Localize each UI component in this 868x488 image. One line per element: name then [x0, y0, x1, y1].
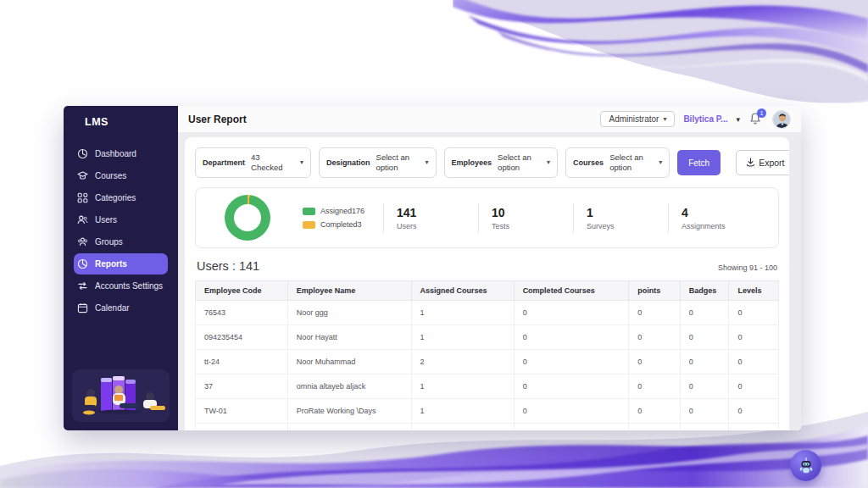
table-cell: 094235454	[196, 325, 288, 350]
stat-value: 141	[397, 206, 478, 219]
people-reading-illustration	[72, 369, 170, 422]
sidebar-item-label: Courses	[95, 171, 126, 180]
reports-icon	[77, 258, 88, 269]
column-header: Employee Name	[287, 281, 411, 301]
sidebar-item-accounts-settings[interactable]: Accounts Settings	[74, 275, 168, 297]
avatar-photo	[773, 111, 791, 129]
table-cell: ProRate Working \Days	[287, 399, 411, 424]
table-cell: 0	[680, 374, 729, 399]
topbar: User Report Administrator ▾ Bilytica P..…	[178, 106, 801, 132]
table-cell: Noor Muhammad	[287, 350, 411, 374]
table-cell: 0	[514, 301, 629, 325]
dropdown-value: Select an option	[498, 152, 540, 173]
table-row	[196, 424, 779, 431]
legend-entry: Completed3	[303, 220, 364, 229]
table-row: tt-24Noor Muhammad20000	[196, 350, 779, 374]
chevron-down-icon: ▾	[300, 159, 303, 166]
stat-users: 141Users	[383, 203, 478, 233]
chatbot-button[interactable]	[790, 450, 821, 481]
page-title: User Report	[188, 114, 247, 125]
stat-value: 1	[587, 206, 668, 219]
export-label: Export	[759, 158, 784, 168]
column-header: Badges	[680, 281, 729, 301]
stat-surveys: 1Surveys	[573, 203, 668, 233]
app-window: LMS DashboardCoursesCategoriesUsersGroup…	[64, 106, 801, 430]
sidebar-item-categories[interactable]: Categories	[74, 187, 168, 208]
sidebar-item-groups[interactable]: Groups	[74, 231, 168, 252]
column-header: Levels	[729, 281, 779, 301]
stat-assignments: 4Assignments	[668, 203, 763, 233]
dropdown-label: Employees	[452, 158, 492, 167]
report-panel: Department43 Checked▾DesignationSelect a…	[185, 137, 789, 430]
robot-icon	[796, 456, 816, 476]
stat-label: Assignments	[682, 222, 763, 230]
table-cell: 0	[680, 399, 729, 424]
pagination-range: Showing 91 - 100	[718, 263, 777, 272]
table-cell: tt-24	[196, 350, 288, 374]
chevron-down-icon: ▾	[659, 159, 662, 166]
table-cell: 0	[629, 301, 681, 325]
user-chevron-down-icon[interactable]: ▾	[736, 115, 740, 124]
dropdown-label: Courses	[573, 158, 604, 167]
stat-label: Users	[397, 222, 478, 230]
designation-dropdown[interactable]: DesignationSelect an option▾	[319, 147, 437, 178]
users-count-heading: Users : 141	[197, 259, 259, 273]
groups-icon	[77, 236, 88, 247]
table-cell: 0	[629, 374, 681, 399]
table-cell	[196, 424, 288, 431]
calendar-icon	[77, 302, 88, 313]
table-cell: 0	[729, 325, 779, 350]
page-background: LMS DashboardCoursesCategoriesUsersGroup…	[0, 0, 868, 488]
fetch-button[interactable]: Fetch	[677, 150, 721, 175]
courses-icon	[77, 170, 88, 181]
employees-dropdown[interactable]: EmployeesSelect an option▾	[444, 147, 559, 178]
chevron-down-icon: ▾	[663, 116, 666, 123]
administrator-dropdown[interactable]: Administrator ▾	[600, 111, 675, 127]
table-cell: 0	[629, 325, 681, 350]
assigned-completed-donut-chart	[225, 195, 270, 241]
table-cell: 0	[514, 350, 629, 374]
sidebar-item-reports[interactable]: Reports	[74, 253, 168, 274]
courses-dropdown[interactable]: CoursesSelect an option▾	[565, 147, 670, 178]
dropdown-value: 43 Checked	[251, 152, 293, 173]
table-cell: Noor Hayatt	[287, 325, 411, 350]
table-cell: 1	[411, 399, 514, 424]
column-header: points	[629, 281, 681, 301]
notification-badge: 1	[757, 108, 766, 118]
table-cell: 0	[680, 350, 729, 374]
stat-tests: 10Tests	[478, 203, 573, 233]
avatar[interactable]	[772, 110, 791, 129]
dropdown-value: Select an option	[609, 152, 652, 173]
dropdown-value: Select an option	[376, 152, 419, 173]
legend-entry: Assigned176	[303, 207, 364, 215]
table-cell: 0	[514, 374, 629, 399]
stat-label: Surveys	[587, 222, 668, 230]
sidebar-item-label: Accounts Settings	[95, 281, 163, 291]
sidebar-item-calendar[interactable]: Calendar	[74, 297, 168, 319]
table-cell	[287, 424, 411, 431]
table-cell: 0	[629, 399, 681, 424]
department-dropdown[interactable]: Department43 Checked▾	[195, 147, 311, 178]
table-cell: 1	[411, 325, 514, 350]
stat-list: 141Users10Tests1Surveys4Assignments	[383, 203, 766, 233]
sidebar-item-label: Categories	[95, 193, 136, 202]
table-cell: 0	[729, 301, 779, 325]
user-name[interactable]: Bilytica P...	[683, 114, 727, 124]
download-icon	[746, 158, 755, 168]
export-button[interactable]: Export	[736, 150, 789, 175]
sidebar-item-users[interactable]: Users	[74, 209, 168, 230]
sidebar-item-dashboard[interactable]: Dashboard	[74, 143, 168, 164]
sidebar-item-courses[interactable]: Courses	[74, 165, 168, 186]
notifications-bell[interactable]: 1	[748, 112, 764, 127]
main-area: User Report Administrator ▾ Bilytica P..…	[178, 106, 801, 430]
table-cell: 0	[729, 399, 779, 424]
sidebar-item-label: Users	[95, 215, 117, 225]
sidebar-item-label: Dashboard	[95, 149, 136, 158]
sidebar-item-label: Reports	[95, 259, 127, 269]
table-cell: 0	[514, 399, 629, 424]
table-cell: 0	[514, 325, 629, 350]
table-row: 76543Noor ggg10000	[196, 301, 779, 325]
column-header: Employee Code	[196, 281, 288, 301]
table-cell	[514, 424, 629, 431]
filter-row: Department43 Checked▾DesignationSelect a…	[195, 147, 779, 178]
